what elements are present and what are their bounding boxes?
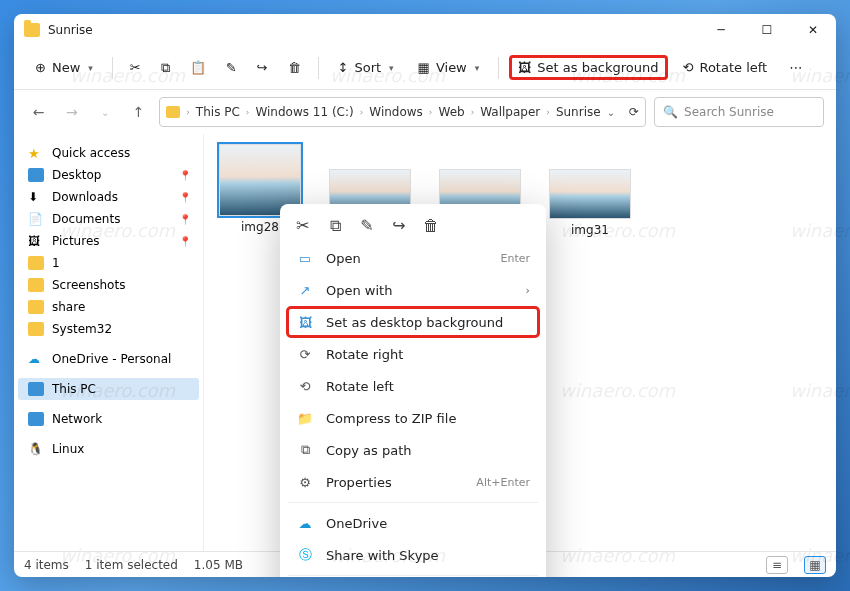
menu-label: Open with [326, 283, 392, 298]
sort-button[interactable]: ↕ Sort ▾ [329, 55, 403, 80]
chevron-down-icon: ▾ [389, 63, 394, 73]
open-icon: ▭ [296, 249, 314, 267]
forward-button[interactable]: → [59, 98, 84, 126]
cut-button[interactable]: ✂ [294, 216, 312, 234]
cut-button[interactable]: ✂ [123, 55, 148, 80]
sidebar-item-label: Screenshots [52, 278, 125, 292]
menu-onedrive[interactable]: ☁ OneDrive [286, 507, 540, 539]
rotate-left-icon: ⟲ [296, 377, 314, 395]
sidebar-linux[interactable]: 🐧 Linux [18, 438, 199, 460]
rename-button[interactable]: ✎ [219, 55, 244, 80]
sidebar-item-label: Documents [52, 212, 120, 226]
plus-icon: ⊕ [35, 60, 46, 75]
context-quick-actions: ✂ ⧉ ✎ ↪ 🗑 [286, 210, 540, 242]
delete-button[interactable]: 🗑 [281, 55, 308, 80]
menu-properties[interactable]: ⚙ Properties Alt+Enter [286, 466, 540, 498]
delete-button[interactable]: 🗑 [422, 216, 440, 234]
new-label: New [52, 60, 80, 75]
menu-open-with[interactable]: ↗ Open with › [286, 274, 540, 306]
sidebar-onedrive[interactable]: ☁ OneDrive - Personal [18, 348, 199, 370]
sidebar-item-label: Pictures [52, 234, 100, 248]
address-chevron-icon[interactable]: ⌄ [607, 107, 615, 118]
refresh-button[interactable]: ⟳ [629, 105, 639, 119]
sidebar-item-share[interactable]: share [18, 296, 199, 318]
set-background-button[interactable]: 🖼 Set as background [509, 55, 667, 80]
menu-label: Set as desktop background [326, 315, 503, 330]
copy-icon: ⧉ [161, 60, 170, 76]
sidebar-thispc[interactable]: This PC [18, 378, 199, 400]
picture-icon: 🖼 [518, 60, 531, 75]
rotate-left-button[interactable]: ⟲ Rotate left [674, 55, 777, 80]
search-box[interactable]: 🔍 Search Sunrise [654, 97, 824, 127]
sidebar-item-downloads[interactable]: ⬇ Downloads 📍 [18, 186, 199, 208]
menu-set-desktop-background[interactable]: 🖼 Set as desktop background [286, 306, 540, 338]
open-with-icon: ↗ [296, 281, 314, 299]
menu-open[interactable]: ▭ Open Enter [286, 242, 540, 274]
sidebar-item-pictures[interactable]: 🖼 Pictures 📍 [18, 230, 199, 252]
menu-rotate-left[interactable]: ⟲ Rotate left [286, 370, 540, 402]
copy-button[interactable]: ⧉ [326, 216, 344, 234]
sidebar-item-system32[interactable]: System32 [18, 318, 199, 340]
share-icon: ↪ [257, 60, 268, 75]
documents-icon: 📄 [28, 212, 44, 226]
crumb[interactable]: Web [438, 105, 464, 119]
context-menu: ✂ ⧉ ✎ ↪ 🗑 ▭ Open Enter ↗ Open with › [280, 204, 546, 577]
search-placeholder: Search Sunrise [684, 105, 774, 119]
sidebar-item-label: Linux [52, 442, 84, 456]
crumb[interactable]: Windows 11 (C:) [255, 105, 353, 119]
close-button[interactable]: ✕ [790, 14, 836, 46]
menu-label: Compress to ZIP file [326, 411, 456, 426]
file-name: img31 [571, 223, 609, 237]
back-button[interactable]: ← [26, 98, 51, 126]
up-button[interactable]: ↑ [126, 98, 151, 126]
minimize-button[interactable]: ─ [698, 14, 744, 46]
share-button[interactable]: ↪ [390, 216, 408, 234]
rotate-left-icon: ⟲ [683, 60, 694, 75]
menu-label: Rotate right [326, 347, 403, 362]
copy-button[interactable]: ⧉ [154, 55, 177, 81]
sidebar-quick-access[interactable]: ★ Quick access [18, 142, 199, 164]
share-button[interactable]: ↪ [250, 55, 275, 80]
search-icon: 🔍 [663, 105, 678, 119]
menu-compress-zip[interactable]: 📁 Compress to ZIP file [286, 402, 540, 434]
downloads-icon: ⬇ [28, 190, 44, 204]
sidebar-item-desktop[interactable]: Desktop 📍 [18, 164, 199, 186]
rename-icon: ✎ [226, 60, 237, 75]
recent-chevron[interactable]: ⌄ [93, 98, 118, 126]
menu-copy-path[interactable]: ⧉ Copy as path [286, 434, 540, 466]
more-button[interactable]: ⋯ [782, 55, 809, 80]
view-icon: ▦ [418, 60, 430, 75]
maximize-button[interactable]: ☐ [744, 14, 790, 46]
crumb[interactable]: This PC [196, 105, 240, 119]
address-bar[interactable]: › This PC› Windows 11 (C:)› Windows› Web… [159, 97, 646, 127]
thumbnails-view-button[interactable]: ▦ [804, 556, 826, 574]
properties-icon: ⚙ [296, 473, 314, 491]
sidebar-item-screenshots[interactable]: Screenshots [18, 274, 199, 296]
new-button[interactable]: ⊕ New ▾ [26, 55, 102, 80]
crumb[interactable]: Wallpaper [480, 105, 540, 119]
status-size: 1.05 MB [194, 558, 243, 572]
paste-button[interactable]: 📋 [183, 55, 213, 80]
cloud-icon: ☁ [28, 352, 44, 366]
sidebar-item-documents[interactable]: 📄 Documents 📍 [18, 208, 199, 230]
toolbar: ⊕ New ▾ ✂ ⧉ 📋 ✎ ↪ 🗑 ↕ Sort ▾ ▦ View ▾ 🖼 … [14, 46, 836, 90]
menu-label: OneDrive [326, 516, 387, 531]
network-icon [28, 412, 44, 426]
sidebar-item-label: share [52, 300, 85, 314]
main-area: ★ Quick access Desktop 📍 ⬇ Downloads 📍 📄… [14, 134, 836, 551]
sidebar-network[interactable]: Network [18, 408, 199, 430]
crumb[interactable]: Sunrise [556, 105, 601, 119]
menu-rotate-right[interactable]: ⟳ Rotate right [286, 338, 540, 370]
sort-icon: ↕ [338, 60, 349, 75]
sidebar-item-1[interactable]: 1 [18, 252, 199, 274]
crumb[interactable]: Windows [369, 105, 423, 119]
view-button[interactable]: ▦ View ▾ [409, 55, 489, 80]
menu-skype[interactable]: Ⓢ Share with Skype [286, 539, 540, 571]
linux-icon: 🐧 [28, 442, 44, 456]
chevron-down-icon: ▾ [88, 63, 93, 73]
file-item[interactable]: img31 [546, 169, 634, 237]
folder-icon [28, 278, 44, 292]
details-view-button[interactable]: ≡ [766, 556, 788, 574]
rename-button[interactable]: ✎ [358, 216, 376, 234]
pictures-icon: 🖼 [28, 234, 44, 248]
